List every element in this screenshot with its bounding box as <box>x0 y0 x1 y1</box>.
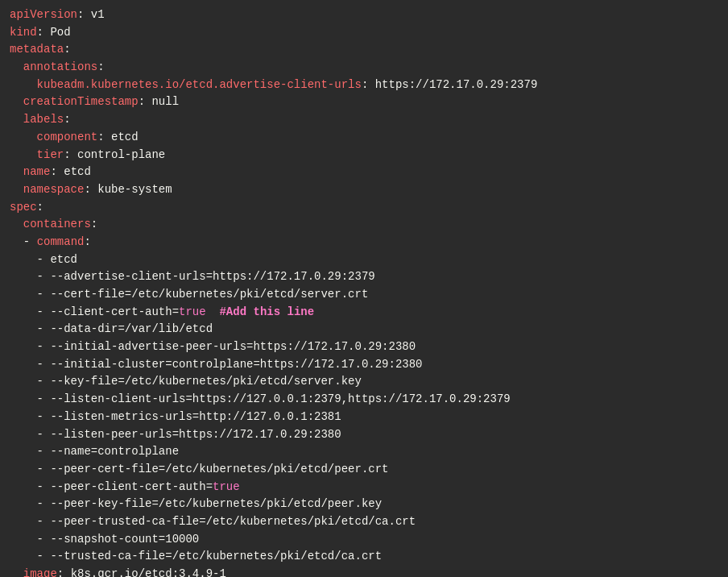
code-line: - --advertise-client-urls=https://172.17… <box>10 268 718 286</box>
code-line: - --data-dir=/var/lib/etcd <box>10 321 718 338</box>
code-line: - --listen-peer-urls=https://172.17.0.29… <box>10 426 718 444</box>
code-line: - --key-file=/etc/kubernetes/pki/etcd/se… <box>10 373 718 391</box>
code-line: apiVersion: v1 <box>10 6 718 24</box>
code-line: - --initial-cluster=controlplane=https:/… <box>10 356 718 374</box>
code-line: kind: Pod <box>10 24 718 42</box>
code-line: - --peer-client-cert-auth=true <box>10 479 718 496</box>
code-line: - --name=controlplane <box>10 443 718 461</box>
code-line: - command: <box>10 234 718 251</box>
code-line: containers: <box>10 216 718 234</box>
code-line: - --listen-metrics-urls=http://127.0.0.1… <box>10 409 718 426</box>
code-line: - --cert-file=/etc/kubernetes/pki/etcd/s… <box>10 286 718 304</box>
code-line: annotations: <box>10 59 718 77</box>
code-line: - --peer-cert-file=/etc/kubernetes/pki/e… <box>10 461 718 479</box>
code-line: - --listen-client-urls=https://127.0.0.1… <box>10 391 718 409</box>
code-line: namespace: kube-system <box>10 181 718 199</box>
code-line: spec: <box>10 199 718 217</box>
code-line: image: k8s.gcr.io/etcd:3.4.9-1 <box>10 566 718 577</box>
code-line: - etcd <box>10 251 718 269</box>
code-line: component: etcd <box>10 129 718 147</box>
code-line: - --trusted-ca-file=/etc/kubernetes/pki/… <box>10 548 718 566</box>
code-line: creationTimestamp: null <box>10 93 718 111</box>
code-line: - --snapshot-count=10000 <box>10 531 718 549</box>
code-line: - --peer-trusted-ca-file=/etc/kubernetes… <box>10 513 718 531</box>
code-line: labels: <box>10 111 718 129</box>
code-line: - --client-cert-auth=true #Add this line <box>10 304 718 322</box>
code-container: apiVersion: v1kind: Podmetadata: annotat… <box>10 6 718 577</box>
code-line: metadata: <box>10 41 718 59</box>
code-line: kubeadm.kubernetes.io/etcd.advertise-cli… <box>10 77 718 94</box>
code-line: name: etcd <box>10 164 718 181</box>
code-line: - --peer-key-file=/etc/kubernetes/pki/et… <box>10 496 718 513</box>
code-line: tier: control-plane <box>10 147 718 164</box>
code-line: - --initial-advertise-peer-urls=https://… <box>10 338 718 356</box>
